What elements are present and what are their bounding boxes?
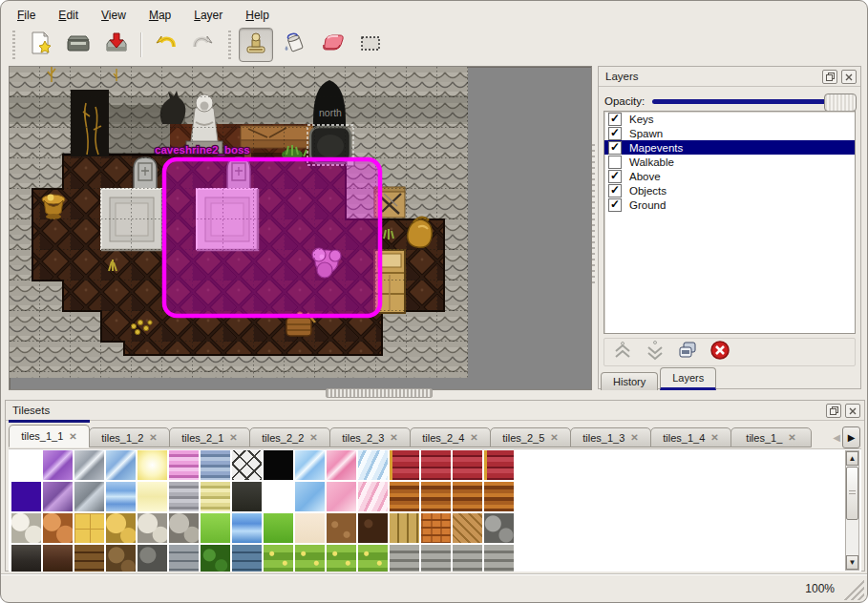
scrollbar-thumb[interactable]	[846, 467, 858, 520]
float-panel-icon[interactable]	[826, 404, 841, 418]
scroll-tabs-right-icon[interactable]: ▶	[842, 426, 860, 448]
palette-tile[interactable]	[420, 544, 452, 572]
palette-tile[interactable]	[326, 544, 357, 572]
move-layer-down-icon[interactable]	[645, 340, 666, 364]
palette-tile[interactable]	[200, 512, 231, 544]
move-layer-up-icon[interactable]	[612, 340, 633, 364]
layer-row-mapevents[interactable]: ✓Mapevents	[604, 140, 855, 155]
close-panel-icon[interactable]	[841, 70, 857, 84]
palette-tile[interactable]	[105, 544, 137, 572]
tileset-tab-tiles_1_4[interactable]: tiles_1_4✕	[650, 427, 731, 447]
toolbar-grip[interactable]	[226, 31, 233, 59]
palette-tile[interactable]	[420, 512, 452, 544]
palette-tile[interactable]	[42, 481, 74, 512]
palette-tile[interactable]	[357, 481, 389, 512]
menu-map[interactable]: Map	[140, 6, 180, 25]
opacity-slider-handle[interactable]	[824, 94, 857, 112]
eraser-tool-button[interactable]	[315, 28, 349, 62]
palette-tile[interactable]	[137, 512, 168, 544]
palette-tile[interactable]	[483, 512, 515, 544]
palette-tile[interactable]	[74, 544, 105, 572]
palette-tile[interactable]	[137, 544, 168, 572]
layer-checkbox[interactable]: ✓	[608, 184, 622, 198]
layer-checkbox[interactable]	[608, 156, 622, 169]
layer-checkbox[interactable]: ✓	[608, 198, 622, 212]
scroll-tabs-left-icon[interactable]: ◀	[833, 432, 840, 443]
palette-tile[interactable]	[452, 512, 483, 544]
palette-tile[interactable]	[326, 481, 357, 512]
duplicate-layer-icon[interactable]	[677, 340, 698, 364]
layer-checkbox[interactable]: ✓	[608, 113, 622, 126]
redo-button[interactable]	[186, 28, 221, 62]
stamp-tool-button[interactable]	[239, 28, 273, 62]
fill-tool-button[interactable]	[277, 28, 311, 62]
palette-tile[interactable]	[168, 449, 200, 481]
palette-tile[interactable]	[137, 449, 168, 481]
palette-tile[interactable]	[231, 481, 263, 512]
palette-tile[interactable]	[42, 512, 74, 544]
close-tab-icon[interactable]: ✕	[710, 432, 718, 443]
palette-tile[interactable]	[483, 544, 515, 572]
resize-grip[interactable]	[843, 579, 864, 600]
palette-tile[interactable]	[11, 512, 42, 544]
palette-tile[interactable]	[452, 449, 483, 481]
close-tab-icon[interactable]: ✕	[390, 432, 397, 443]
palette-tile[interactable]	[231, 544, 263, 572]
map-view[interactable]: north	[9, 66, 592, 390]
opacity-slider[interactable]	[652, 99, 855, 104]
palette-tile[interactable]	[357, 512, 389, 544]
float-panel-icon[interactable]	[822, 70, 837, 84]
palette-tile[interactable]	[11, 449, 42, 481]
palette-tile[interactable]	[231, 512, 263, 544]
tileset-tab-tiles_2_2[interactable]: tiles_2_2✕	[249, 427, 330, 447]
palette-tile[interactable]	[105, 449, 137, 481]
palette-tile[interactable]	[420, 449, 452, 481]
vertical-splitter[interactable]	[592, 144, 595, 287]
close-tab-icon[interactable]: ✕	[550, 432, 558, 443]
delete-layer-icon[interactable]	[709, 340, 730, 364]
close-tab-icon[interactable]: ✕	[470, 432, 477, 443]
close-tab-icon[interactable]: ✕	[229, 432, 237, 443]
close-tab-icon[interactable]: ✕	[69, 431, 76, 442]
layer-row-objects[interactable]: ✓Objects	[604, 183, 855, 198]
rect-select-tool-button[interactable]	[353, 28, 388, 62]
palette-tile[interactable]	[74, 512, 105, 544]
close-panel-icon[interactable]	[845, 404, 860, 418]
tileset-tab-tiles_1_1[interactable]: tiles_1_1✕	[9, 425, 90, 447]
tileset-tab-tiles_2_5[interactable]: tiles_2_5✕	[490, 427, 571, 447]
tileset-tab-tiles_2_4[interactable]: tiles_2_4✕	[410, 427, 491, 447]
tileset-tab-tiles_1_3[interactable]: tiles_1_3✕	[570, 427, 651, 447]
palette-tile[interactable]	[294, 449, 326, 481]
tab-history[interactable]: History	[601, 372, 658, 390]
layer-row-above[interactable]: ✓Above	[604, 169, 855, 183]
save-button[interactable]	[99, 28, 134, 62]
palette-tile[interactable]	[326, 512, 357, 544]
palette-tile[interactable]	[263, 481, 294, 512]
close-tab-icon[interactable]: ✕	[788, 432, 795, 443]
palette-tile[interactable]	[105, 512, 137, 544]
menu-view[interactable]: View	[93, 6, 135, 25]
palette-tile[interactable]	[452, 481, 483, 512]
layer-row-ground[interactable]: ✓Ground	[604, 198, 855, 212]
palette-tile[interactable]	[483, 481, 515, 512]
palette-tile[interactable]	[105, 481, 137, 512]
palette-tile[interactable]	[294, 481, 326, 512]
undo-button[interactable]	[148, 28, 182, 62]
layer-checkbox[interactable]: ✓	[608, 127, 622, 140]
palette-tile[interactable]	[420, 481, 452, 512]
map-canvas[interactable]: north	[10, 67, 468, 378]
tileset-tab-tiles_2_3[interactable]: tiles_2_3✕	[329, 427, 411, 447]
tileset-tab-tiles_2_1[interactable]: tiles_2_1✕	[169, 427, 250, 447]
palette-tile[interactable]	[168, 481, 200, 512]
horizontal-splitter-handle[interactable]	[326, 388, 433, 398]
layer-checkbox[interactable]: ✓	[608, 170, 622, 183]
palette-tile[interactable]	[357, 544, 389, 572]
menu-layer[interactable]: Layer	[185, 6, 231, 25]
palette-tile[interactable]	[168, 512, 200, 544]
palette-tile[interactable]	[263, 544, 294, 572]
palette-tile[interactable]	[74, 481, 105, 512]
palette-tile[interactable]	[74, 449, 105, 481]
palette-tile[interactable]	[452, 544, 483, 572]
palette-tile[interactable]	[389, 544, 420, 572]
palette-tile[interactable]	[200, 544, 231, 572]
